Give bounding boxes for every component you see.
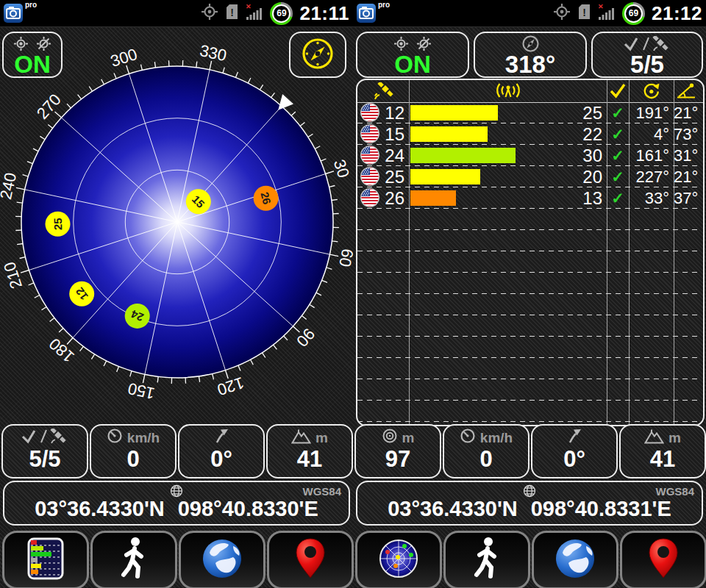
azimuth-header-icon (643, 82, 661, 103)
pedestrian-mode-button[interactable] (90, 531, 177, 588)
compass-button[interactable] (289, 32, 346, 78)
svg-text:330: 330 (198, 41, 228, 65)
stat-speed-card[interactable]: km/h 0 (443, 424, 530, 478)
stat-altitude-card[interactable]: m 41 (619, 424, 706, 478)
fix-value: 5/5 (593, 53, 702, 76)
heading-button[interactable]: 318° (474, 32, 587, 78)
latitude-value: 03°36.4330'N (388, 497, 518, 520)
coordinates-text: 03°36.4330'N098°40.8331'E (357, 497, 702, 521)
speed-value: 0 (444, 446, 528, 473)
stat-bearing-card[interactable]: 0° (531, 424, 618, 478)
altitude-value: 41 (621, 446, 705, 473)
signal-header-icon (493, 82, 524, 102)
gps-toggle-button[interactable]: ON (356, 32, 469, 78)
prn-value: 25 (375, 166, 404, 187)
screen-skyplot-view: 3060901201501802102402703003301215242526… (0, 0, 353, 588)
prn-value: 12 (375, 102, 404, 123)
location-pin-icon (293, 537, 327, 583)
svg-text:270: 270 (33, 90, 65, 123)
azimuth-value: 33° (629, 187, 669, 209)
datum-label: WGS84 (655, 485, 694, 498)
used-check: ✓ (607, 102, 629, 123)
empty-row (357, 251, 700, 273)
snr-value: 22 (530, 123, 602, 145)
svg-text:✕: ✕ (246, 3, 252, 10)
earth-icon (554, 537, 596, 583)
sdcard-warning-icon: ! (226, 4, 238, 23)
satellite-header-icon (373, 82, 393, 103)
status-icons: ! ✕ 69 21:11 (200, 1, 349, 25)
empty-row (357, 209, 700, 230)
elevation-value: 31° (674, 145, 696, 166)
stat-speed-card[interactable]: km/h 0 (90, 424, 176, 478)
location-view-button[interactable] (267, 531, 354, 588)
coordinates-text: 03°36.4330'N098°40.8330'E (4, 497, 349, 521)
stat-accuracy-card[interactable]: m 97 (354, 424, 441, 478)
elevation-value: 21° (674, 166, 696, 187)
mountain-icon (291, 429, 311, 448)
empty-row (357, 294, 700, 315)
snr-value: 20 (530, 166, 602, 187)
battery-indicator: 69 (622, 2, 645, 25)
location-view-button[interactable] (620, 531, 706, 588)
stat-bearing-card[interactable]: 0° (178, 424, 265, 478)
altitude-unit: m (668, 430, 681, 446)
svg-text:✕: ✕ (598, 3, 604, 10)
stat-altitude-card[interactable]: m 41 (266, 424, 353, 478)
elevation-value: 37° (674, 187, 696, 209)
satellite-row[interactable]: 2430✓161°31° (357, 145, 700, 166)
bearing-arrow-icon (567, 428, 582, 448)
camera-app-icon[interactable]: pro (3, 2, 25, 24)
snr-bar (410, 169, 480, 184)
gps-state-label: ON (4, 53, 61, 76)
azimuth-value: 161° (629, 145, 669, 166)
azimuth-value: 191° (629, 102, 669, 123)
snr-value: 13 (530, 187, 602, 209)
satellite-row[interactable]: 1522✓4°73° (357, 123, 700, 145)
satellite-fix-button[interactable]: 5/5 (591, 32, 703, 78)
snr-bar (410, 126, 488, 142)
azimuth-value: 4° (629, 123, 669, 145)
coordinates-card[interactable]: WGS84 03°36.4330'N098°40.8330'E (3, 481, 350, 526)
map-view-button[interactable] (532, 531, 618, 588)
gps-state-label: ON (357, 53, 468, 76)
satellite-row[interactable]: 2520✓227°21° (357, 166, 700, 187)
compass-icon (301, 37, 335, 74)
satellite-row[interactable]: 1225✓191°21° (357, 102, 700, 123)
longitude-value: 098°40.8331'E (531, 497, 671, 520)
battery-percent: 69 (624, 4, 643, 23)
stat-fix-card[interactable]: 5/5 (1, 424, 88, 478)
svg-text:300: 300 (108, 45, 140, 71)
heading-value: 318° (475, 53, 585, 76)
coordinates-card[interactable]: WGS84 03°36.4330'N098°40.8331'E (356, 481, 703, 526)
sdcard-warning-icon: ! (578, 4, 591, 23)
speed-unit: km/h (480, 430, 513, 446)
bearing-arrow-icon (214, 428, 229, 448)
azimuth-value: 227° (629, 166, 669, 187)
camera-icon (3, 14, 25, 26)
svg-text:90: 90 (293, 325, 318, 351)
gps-toggle-button[interactable]: ON (2, 32, 63, 78)
accuracy-unit: m (402, 430, 415, 446)
status-bar: pro ! ✕ 69 21:11 (0, 0, 353, 27)
empty-row (357, 273, 700, 294)
map-view-button[interactable] (179, 531, 265, 588)
empty-row (357, 358, 700, 379)
satellite-list-view-button[interactable] (2, 531, 89, 588)
bearing-value: 0° (179, 446, 263, 473)
used-check-header-icon (609, 82, 627, 102)
svg-text:25: 25 (51, 218, 64, 230)
skyplot-view-button[interactable] (355, 531, 442, 588)
gps-status-icon (200, 2, 219, 24)
fix-value: 5/5 (3, 446, 87, 473)
pedestrian-icon (471, 537, 503, 584)
pro-badge: pro (378, 1, 390, 9)
speed-value: 0 (91, 446, 175, 473)
camera-app-icon[interactable]: pro (356, 2, 378, 24)
svg-text:210: 210 (0, 259, 26, 291)
pedestrian-mode-button[interactable] (443, 531, 530, 588)
satellite-row[interactable]: 2613✓33°37° (357, 187, 700, 209)
svg-text:180: 180 (46, 334, 78, 366)
used-check: ✓ (607, 145, 629, 166)
svg-text:240: 240 (0, 171, 20, 201)
